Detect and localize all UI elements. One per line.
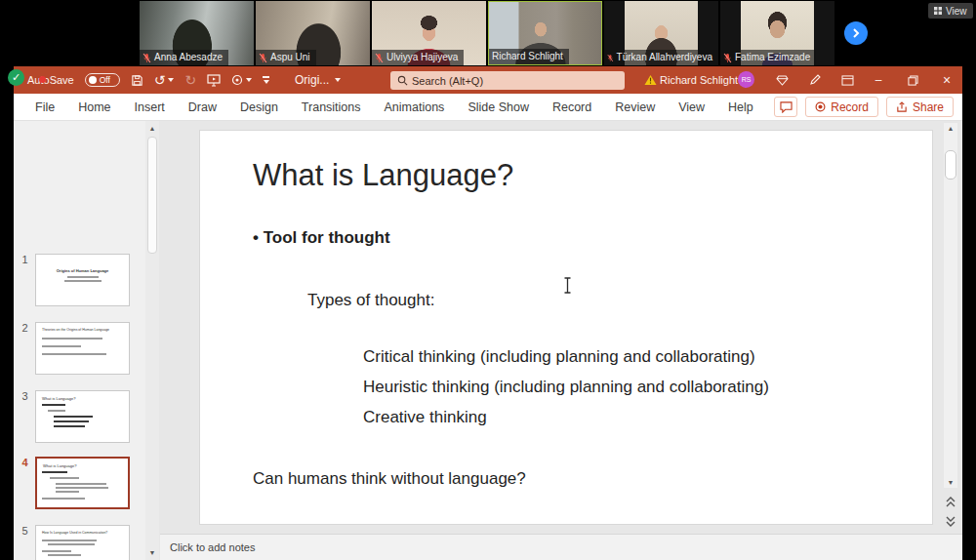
avatar[interactable]: RS [738, 71, 754, 88]
tab-animations[interactable]: Animations [373, 100, 457, 114]
scroll-up-icon[interactable]: ▲ [145, 125, 159, 132]
comment-icon [780, 101, 793, 113]
title-bar: AutoSave Off ↺ ↻ Origi... [14, 66, 962, 94]
comments-button[interactable] [774, 97, 797, 117]
autosave-state: Off [100, 75, 110, 85]
slide-thumbnail-2[interactable]: Theories on the Origins of Human Languag… [35, 322, 130, 375]
thumbnail-text-line [42, 550, 71, 552]
participant-tile-anna[interactable]: Anna Abesadze [140, 1, 254, 65]
tab-review[interactable]: Review [603, 100, 667, 114]
next-slide-button[interactable] [944, 513, 957, 529]
ribbon-display-options-icon[interactable] [839, 66, 855, 94]
restore-button[interactable] [905, 66, 920, 94]
tab-design[interactable]: Design [228, 100, 290, 114]
slide-subheading[interactable]: Types of thought: [307, 291, 434, 310]
share-button[interactable]: Share [886, 97, 954, 117]
scroll-up-icon[interactable]: ▲ [944, 125, 957, 132]
scroll-down-icon[interactable]: ▼ [145, 549, 159, 556]
tab-slide-show[interactable]: Slide Show [456, 100, 541, 114]
previous-slide-button[interactable] [944, 494, 957, 509]
participant-name: Fatima Ezimzade [735, 51, 810, 64]
view-button[interactable]: View [928, 3, 973, 19]
slide-thumbnail-1[interactable]: Origins of Human Language [35, 254, 130, 306]
record-button-label: Record [831, 100, 869, 114]
tab-view[interactable]: View [667, 100, 716, 114]
screen: { "meeting": { "view_label": "View", "pa… [0, 0, 976, 560]
participant-tile-fatima[interactable]: Fatima Ezimzade [720, 1, 834, 65]
participant-tile-turkan[interactable]: Türkan Allahverdiyeva [604, 1, 718, 65]
account-user-name[interactable]: Richard Schlight [660, 74, 738, 86]
record-button[interactable]: Record [805, 97, 878, 117]
close-button[interactable]: × [939, 66, 955, 94]
document-title[interactable]: Origi... [295, 73, 341, 87]
customize-toolbar-button[interactable] [263, 76, 269, 84]
next-participants-button[interactable] [844, 21, 868, 45]
slide-list-item[interactable]: Heuristic thinking (including planning a… [363, 372, 769, 402]
double-chevron-up-icon [946, 497, 956, 507]
autosave-label: AutoSave [27, 74, 74, 86]
premium-gem-icon[interactable] [774, 66, 790, 94]
participant-label: Anna Abesadze [140, 50, 228, 65]
thumbnail-text-line [42, 345, 81, 347]
thumbnail-title: How Is Language Used in Communication? [42, 531, 129, 535]
search-input[interactable]: Search (Alt+Q) [390, 71, 625, 90]
thumbnail-text-line [42, 498, 85, 500]
main-scrollbar[interactable]: ▲ ▼ [944, 123, 957, 488]
tab-insert[interactable]: Insert [123, 100, 177, 114]
quick-access-toolbar: AutoSave Off ↺ ↻ [27, 66, 269, 94]
thumbnail-text-line [56, 491, 79, 493]
meeting-video-strip: Anna Abesadze Aspu Uni Ulviyya Hajiyeva … [0, 0, 976, 66]
tab-record[interactable]: Record [541, 100, 603, 114]
slide-list[interactable]: Critical thinking (including planning an… [363, 341, 769, 432]
tab-file[interactable]: File [23, 100, 66, 114]
thumbnail-title: Origins of Human Language [36, 268, 129, 273]
scrollbar-thumb[interactable] [945, 150, 956, 180]
tab-transitions[interactable]: Transitions [290, 100, 373, 114]
participant-tile-richard-active-speaker[interactable]: Richard Schlight [488, 1, 602, 65]
thumbnail-scrollbar[interactable]: ▲ ▼ [145, 121, 159, 560]
scroll-down-icon[interactable]: ▼ [944, 479, 957, 486]
thumbnail-text-line [42, 404, 65, 406]
slide-thumbnail-panel: 1 Origins of Human Language 2 Theories o… [14, 121, 159, 560]
slide-canvas[interactable]: What is Language? Tool for thought Types… [200, 131, 932, 524]
slide-thumbnail-5[interactable]: How Is Language Used in Communication? [35, 525, 130, 560]
toggle-knob [89, 76, 97, 84]
muted-mic-icon [259, 53, 267, 63]
participant-tile-aspu[interactable]: Aspu Uni [256, 1, 370, 65]
slide-number-selected: 4 [18, 457, 32, 468]
ribbon-right-actions: Record Share [774, 97, 954, 117]
thumbnail-title: What is Language? [42, 396, 129, 401]
slide-question[interactable]: Can humans think without language? [253, 469, 526, 489]
chevron-down-icon [264, 80, 269, 84]
slide-title[interactable]: What is Language? [253, 158, 513, 193]
slide-thumbnail-3[interactable]: What is Language? [35, 390, 130, 443]
chevron-down-icon [335, 78, 341, 82]
participant-name: Anna Abesadze [154, 51, 223, 64]
tab-home[interactable]: Home [66, 100, 122, 114]
editing-pen-icon[interactable] [807, 66, 823, 94]
slide-list-item[interactable]: Creative thinking [363, 402, 769, 432]
notes-pane[interactable]: Click to add notes [160, 534, 962, 560]
tab-help[interactable]: Help [716, 100, 765, 114]
start-slideshow-icon[interactable] [207, 74, 221, 87]
tab-draw[interactable]: Draw [177, 100, 228, 114]
slide-list-item[interactable]: Critical thinking (including planning an… [363, 341, 769, 372]
slide-bullet[interactable]: Tool for thought [253, 228, 390, 248]
participant-label: Richard Schlight [489, 49, 569, 64]
participant-tile-ulviyya[interactable]: Ulviyya Hajiyeva [372, 1, 486, 65]
slide-thumbnail-4-selected[interactable]: What is Language? [35, 457, 130, 509]
save-icon[interactable] [131, 74, 143, 87]
thumbnail-text-line [48, 410, 65, 412]
text-cursor-ibeam [563, 277, 572, 294]
scrollbar-thumb[interactable] [147, 137, 157, 254]
slide-number: 2 [18, 322, 32, 334]
notes-placeholder[interactable]: Click to add notes [160, 535, 962, 553]
muted-mic-icon [607, 53, 614, 63]
touch-mode-button[interactable] [231, 74, 252, 87]
participant-label: Fatima Ezimzade [720, 50, 816, 65]
slide-editing-area: What is Language? Tool for thought Types… [160, 121, 962, 534]
minimize-button[interactable]: – [871, 66, 886, 94]
autosave-toggle[interactable]: Off [85, 73, 120, 87]
undo-button[interactable]: ↺ [154, 73, 175, 87]
warning-icon[interactable] [642, 66, 658, 94]
